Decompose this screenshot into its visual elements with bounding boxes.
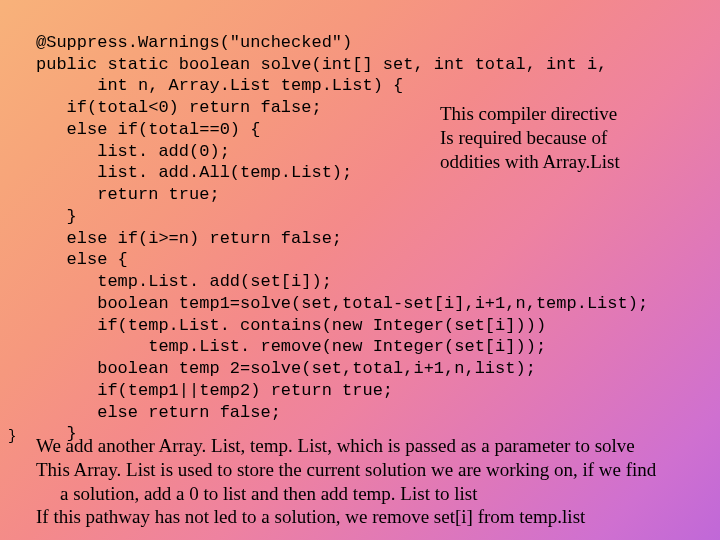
code-line: list. add.All(temp.List); bbox=[36, 163, 352, 182]
code-line: if(total<0) return false; bbox=[36, 98, 322, 117]
code-line: boolean temp1=solve(set,total-set[i],i+1… bbox=[36, 294, 648, 313]
code-line: boolean temp 2=solve(set,total,i+1,n,lis… bbox=[36, 359, 536, 378]
explanation-line: If this pathway has not led to a solutio… bbox=[36, 505, 716, 529]
code-line: if(temp1||temp2) return true; bbox=[36, 381, 393, 400]
code-line: return true; bbox=[36, 185, 220, 204]
code-line: public static boolean solve(int[] set, i… bbox=[36, 55, 607, 74]
code-line: @Suppress.Warnings("unchecked") bbox=[36, 33, 352, 52]
annotation-line: Is required because of bbox=[440, 126, 620, 150]
annotation-callout: This compiler directive Is required beca… bbox=[440, 102, 620, 173]
explanation-line: This Array. List is used to store the cu… bbox=[36, 458, 716, 482]
code-line: temp.List. add(set[i]); bbox=[36, 272, 332, 291]
code-line: } bbox=[36, 207, 77, 226]
code-line: temp.List. remove(new Integer(set[i])); bbox=[36, 337, 546, 356]
code-line: else { bbox=[36, 250, 128, 269]
code-block: @Suppress.Warnings("unchecked") public s… bbox=[36, 10, 648, 445]
explanation-line: We add another Array. List, temp. List, … bbox=[36, 434, 716, 458]
code-line: if(temp.List. contains(new Integer(set[i… bbox=[36, 316, 546, 335]
annotation-line: oddities with Array.List bbox=[440, 150, 620, 174]
closing-brace: } bbox=[8, 428, 16, 444]
code-line: else return false; bbox=[36, 403, 281, 422]
code-line: else if(total==0) { bbox=[36, 120, 260, 139]
code-line: list. add(0); bbox=[36, 142, 230, 161]
annotation-line: This compiler directive bbox=[440, 102, 620, 126]
explanation-block: We add another Array. List, temp. List, … bbox=[36, 434, 716, 529]
explanation-line: a solution, add a 0 to list and then add… bbox=[36, 482, 716, 506]
code-line: else if(i>=n) return false; bbox=[36, 229, 342, 248]
code-line: int n, Array.List temp.List) { bbox=[36, 76, 403, 95]
